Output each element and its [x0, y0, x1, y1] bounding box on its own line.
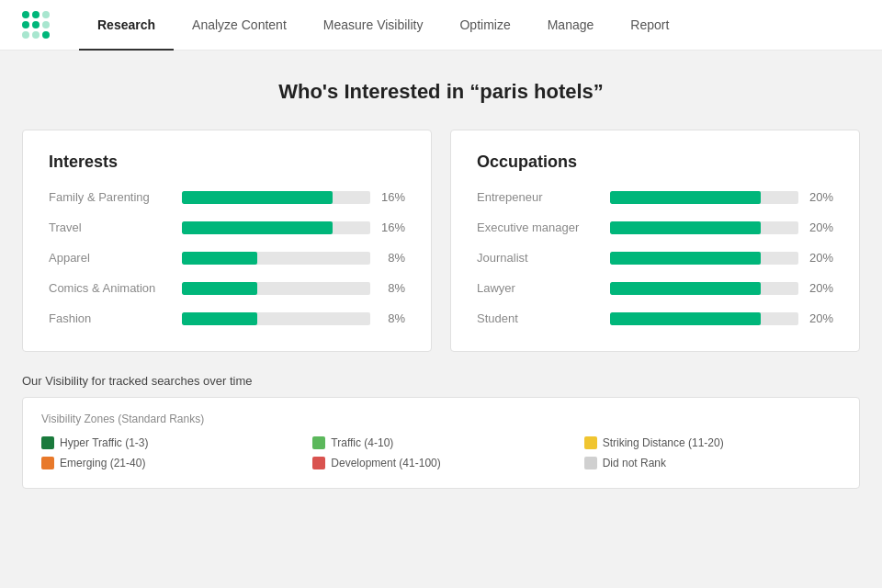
bar-fill: [182, 312, 257, 325]
navbar: ResearchAnalyze ContentMeasure Visibilit…: [0, 0, 882, 51]
bar-percentage: 20%: [806, 220, 833, 234]
bar-fill: [610, 312, 761, 325]
bar-track: [182, 282, 370, 295]
bar-track: [182, 252, 370, 265]
bar-row: Travel16%: [49, 220, 405, 234]
bar-row: Lawyer20%: [477, 281, 833, 295]
bar-percentage: 16%: [378, 190, 405, 204]
legend-item: Striking Distance (11-20): [584, 436, 841, 449]
legend-item: Did not Rank: [584, 457, 841, 469]
interests-list: Family & Parenting16%Travel16%Apparel8%C…: [49, 190, 405, 325]
visibility-outer-title: Our Visibility for tracked searches over…: [22, 374, 860, 388]
legend-item: Emerging (21-40): [41, 457, 298, 469]
bar-percentage: 8%: [378, 281, 405, 295]
bar-fill: [610, 221, 761, 234]
bar-fill: [182, 282, 257, 295]
legend-label: Emerging (21-40): [60, 457, 145, 469]
bar-fill: [182, 191, 333, 204]
bar-row: Apparel8%: [49, 251, 405, 265]
logo-dot: [32, 31, 40, 39]
bar-percentage: 16%: [378, 220, 405, 234]
bar-track: [610, 312, 798, 325]
interests-title: Interests: [49, 153, 405, 172]
bar-label: Journalist: [477, 251, 610, 265]
logo-dot: [32, 11, 40, 18]
nav-link-measure-visibility[interactable]: Measure Visibility: [305, 0, 442, 51]
legend-label: Hyper Traffic (1-3): [60, 436, 148, 449]
bar-track: [182, 312, 370, 325]
occupations-panel: Occupations Entrepeneur20%Executive mana…: [450, 130, 860, 352]
nav-item[interactable]: Analyze Content: [174, 0, 305, 51]
bar-percentage: 20%: [806, 190, 833, 204]
bar-track: [610, 191, 798, 204]
legend-label: Traffic (4-10): [331, 436, 393, 449]
legend-item: Traffic (4-10): [312, 436, 569, 449]
legend-item: Hyper Traffic (1-3): [41, 436, 298, 449]
logo-dot: [42, 11, 50, 18]
nav-item[interactable]: Research: [79, 0, 174, 51]
legend-color-dot: [584, 457, 597, 469]
legend-grid: Hyper Traffic (1-3)Traffic (4-10)Strikin…: [41, 436, 841, 469]
occupations-title: Occupations: [477, 153, 833, 172]
nav-link-report[interactable]: Report: [612, 0, 687, 51]
bar-row: Comics & Animation8%: [49, 281, 405, 295]
panels: Interests Family & Parenting16%Travel16%…: [22, 130, 860, 352]
legend-color-dot: [312, 457, 325, 469]
bar-label: Lawyer: [477, 281, 610, 295]
bar-track: [610, 252, 798, 265]
bar-percentage: 20%: [806, 311, 833, 325]
logo-dot: [22, 21, 29, 28]
logo-dot: [22, 11, 29, 18]
legend-label: Development (41-100): [331, 457, 440, 469]
bar-label: Entrepeneur: [477, 190, 610, 204]
legend-item: Development (41-100): [312, 457, 569, 469]
bar-row: Executive manager20%: [477, 220, 833, 234]
page-content: Who's Interested in “paris hotels” Inter…: [0, 51, 882, 511]
logo-dot: [42, 31, 50, 39]
nav-link-analyze-content[interactable]: Analyze Content: [174, 0, 305, 51]
bar-row: Student20%: [477, 311, 833, 325]
page-title: Who's Interested in “paris hotels”: [22, 80, 860, 104]
nav-item[interactable]: Manage: [529, 0, 613, 51]
legend-label: Did not Rank: [603, 457, 666, 469]
bar-track: [610, 282, 798, 295]
bar-label: Fashion: [49, 311, 182, 325]
bar-label: Apparel: [49, 251, 182, 265]
nav-link-manage[interactable]: Manage: [529, 0, 613, 51]
occupations-list: Entrepeneur20%Executive manager20%Journa…: [477, 190, 833, 325]
legend-label: Striking Distance (11-20): [603, 436, 724, 449]
logo: [22, 11, 50, 39]
legend-color-dot: [312, 436, 325, 449]
bar-track: [182, 191, 370, 204]
visibility-zone-title: Visibility Zones (Standard Ranks): [41, 413, 841, 425]
logo-dot: [42, 21, 50, 28]
nav-item[interactable]: Measure Visibility: [305, 0, 442, 51]
bar-percentage: 8%: [378, 251, 405, 265]
bar-track: [610, 221, 798, 234]
bar-track: [182, 221, 370, 234]
bar-label: Travel: [49, 220, 182, 234]
interests-panel: Interests Family & Parenting16%Travel16%…: [22, 130, 432, 352]
bar-fill: [610, 191, 761, 204]
nav-link-optimize[interactable]: Optimize: [441, 0, 528, 51]
bar-fill: [610, 252, 761, 265]
logo-dot: [22, 31, 29, 39]
bar-label: Family & Parenting: [49, 190, 182, 204]
nav-item[interactable]: Report: [612, 0, 687, 51]
bar-percentage: 20%: [806, 281, 833, 295]
legend-color-dot: [41, 436, 54, 449]
bar-fill: [610, 282, 761, 295]
logo-icon: [22, 11, 50, 39]
nav-item[interactable]: Optimize: [441, 0, 528, 51]
bar-fill: [182, 252, 257, 265]
bar-label: Comics & Animation: [49, 281, 182, 295]
bar-row: Entrepeneur20%: [477, 190, 833, 204]
bar-row: Fashion8%: [49, 311, 405, 325]
logo-dot: [32, 21, 40, 28]
bar-row: Journalist20%: [477, 251, 833, 265]
nav-link-research[interactable]: Research: [79, 0, 174, 51]
bar-row: Family & Parenting16%: [49, 190, 405, 204]
bar-fill: [182, 221, 333, 234]
nav-links: ResearchAnalyze ContentMeasure Visibilit…: [79, 0, 687, 51]
bar-percentage: 20%: [806, 251, 833, 265]
